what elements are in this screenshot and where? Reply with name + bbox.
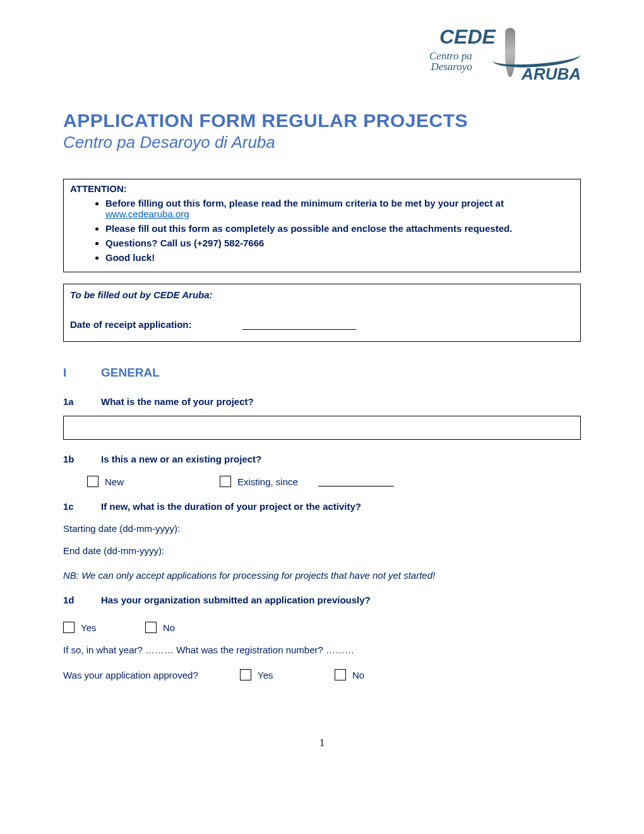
- logo: CEDE Centro paDesaroyo ARUBA: [429, 25, 581, 88]
- question-text: Is this a new or an existing project?: [101, 454, 261, 464]
- logo-text-cede: CEDE: [439, 25, 496, 49]
- checkbox-prev-no[interactable]: [145, 622, 157, 633]
- question-text: What is the name of your project?: [101, 396, 254, 407]
- question-1b: 1b Is this a new or an existing project?: [63, 454, 581, 464]
- website-link[interactable]: www.cedearuba.org: [105, 208, 189, 219]
- logo-text-aruba: ARUBA: [522, 64, 581, 84]
- option-label: No: [352, 670, 364, 680]
- question-1a: 1a What is the name of your project?: [63, 396, 581, 407]
- internal-use-box: To be filled out by CEDE Aruba: Date of …: [63, 284, 581, 342]
- question-number: 1a: [63, 396, 101, 407]
- existing-since-field[interactable]: [318, 477, 394, 486]
- attention-item: Please fill out this form as completely …: [105, 223, 574, 234]
- starting-date-label: Starting date (dd-mm-yyyy):: [63, 523, 581, 534]
- checkbox-approved-yes[interactable]: [240, 669, 251, 680]
- note-1c: NB: We can only accept applications for …: [63, 570, 581, 581]
- question-number: 1b: [63, 454, 101, 464]
- attention-item: Good luck!: [105, 252, 574, 263]
- option-row-1b: New Existing, since: [63, 476, 581, 487]
- attention-label: ATTENTION:: [70, 183, 574, 194]
- question-text: Has your organization submitted an appli…: [101, 595, 371, 605]
- attention-box: ATTENTION: Before filling out this form,…: [63, 179, 581, 272]
- question-number: 1d: [63, 595, 101, 605]
- project-name-input[interactable]: [63, 416, 581, 440]
- checkbox-prev-yes[interactable]: [63, 622, 75, 633]
- section-title: GENERAL: [101, 366, 160, 380]
- option-label: Yes: [81, 622, 96, 633]
- approved-question: Was your application approved?: [63, 670, 240, 680]
- logo-text-centro: Centro paDesaroyo: [429, 51, 472, 72]
- logo-area: CEDE Centro paDesaroyo ARUBA: [63, 25, 581, 91]
- checkbox-existing[interactable]: [220, 476, 231, 487]
- option-label: Existing, since: [237, 476, 298, 487]
- section-number: I: [63, 366, 101, 380]
- attention-item: Before filling out this form, please rea…: [105, 198, 574, 219]
- question-text: If new, what is the duration of your pro…: [101, 501, 361, 512]
- option-label: New: [105, 476, 124, 487]
- checkbox-approved-no[interactable]: [335, 669, 346, 680]
- date-receipt-field[interactable]: [242, 320, 356, 330]
- page-number: 1: [63, 737, 581, 749]
- internal-header: To be filled out by CEDE Aruba:: [70, 289, 574, 300]
- end-date-label: End date (dd-mm-yyyy):: [63, 545, 581, 556]
- date-receipt-label: Date of receipt application:: [70, 319, 192, 330]
- page-title: APPLICATION FORM REGULAR PROJECTS: [63, 110, 581, 131]
- section-header: I GENERAL: [63, 366, 581, 380]
- page-subtitle: Centro pa Desaroyo di Aruba: [63, 133, 581, 152]
- question-number: 1c: [63, 501, 101, 512]
- attention-item: Questions? Call us (+297) 582-7666: [105, 238, 574, 248]
- question-1d: 1d Has your organization submitted an ap…: [63, 595, 581, 605]
- option-label: Yes: [258, 670, 273, 680]
- option-label: No: [163, 622, 175, 633]
- checkbox-new[interactable]: [87, 476, 98, 487]
- followup-1d: If so, in what year? ……… What was the re…: [63, 644, 581, 655]
- question-1c: 1c If new, what is the duration of your …: [63, 501, 581, 512]
